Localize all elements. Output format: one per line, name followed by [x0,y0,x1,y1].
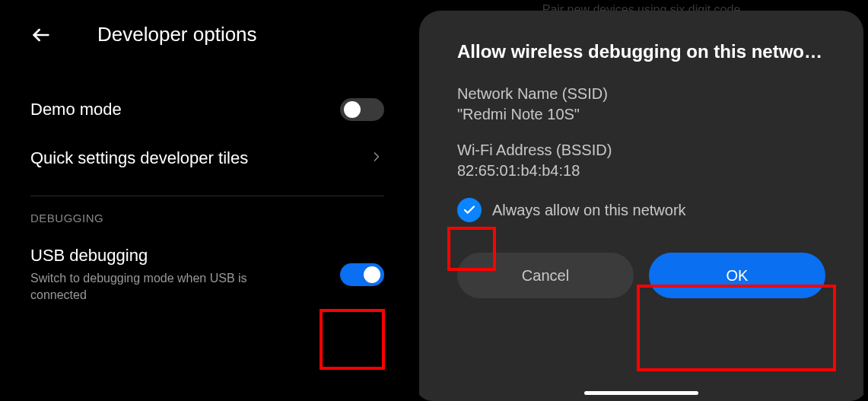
usb-debugging-toggle[interactable] [340,263,384,286]
demo-mode-toggle[interactable] [340,98,384,121]
usb-debugging-row[interactable]: USB debugging Switch to debugging mode w… [30,232,384,318]
quick-settings-tiles-label: Quick settings developer tiles [30,148,369,168]
always-allow-label: Always allow on this network [492,202,686,219]
debugging-section-header: DEBUGGING [30,212,384,224]
usb-debugging-label: USB debugging [30,246,340,266]
always-allow-checkbox[interactable] [457,198,482,222]
dialog-sheet: Allow wireless debugging on this network… [419,11,863,401]
wireless-debugging-dialog-screen: Pair new devices using six digit code Al… [415,0,868,401]
divider [30,196,384,196]
chevron-right-icon [369,149,384,167]
dialog-title: Allow wireless debugging on this network… [457,41,825,62]
demo-mode-row[interactable]: Demo mode [30,84,384,135]
usb-debugging-sub: Switch to debugging mode when USB is con… [30,270,289,304]
ssid-label: Network Name (SSID) [457,85,825,103]
bssid-value: 82:65:01:b4:b4:18 [457,162,825,180]
developer-options-screen: Developer options Demo mode Quick settin… [0,0,415,401]
ssid-value: "Redmi Note 10S" [457,106,825,123]
annotation-highlight [320,309,385,370]
always-allow-row[interactable]: Always allow on this network [457,198,825,222]
ok-button[interactable]: OK [649,253,825,298]
cancel-button[interactable]: Cancel [457,253,634,298]
demo-mode-label: Demo mode [30,100,340,119]
bssid-label: Wi-Fi Address (BSSID) [457,142,825,159]
home-indicator[interactable] [584,391,698,395]
quick-settings-tiles-row[interactable]: Quick settings developer tiles [30,135,384,182]
page-title: Developer options [97,23,257,46]
back-arrow-icon[interactable] [30,24,52,46]
dialog-button-row: Cancel OK [457,253,825,298]
header: Developer options [30,23,384,46]
